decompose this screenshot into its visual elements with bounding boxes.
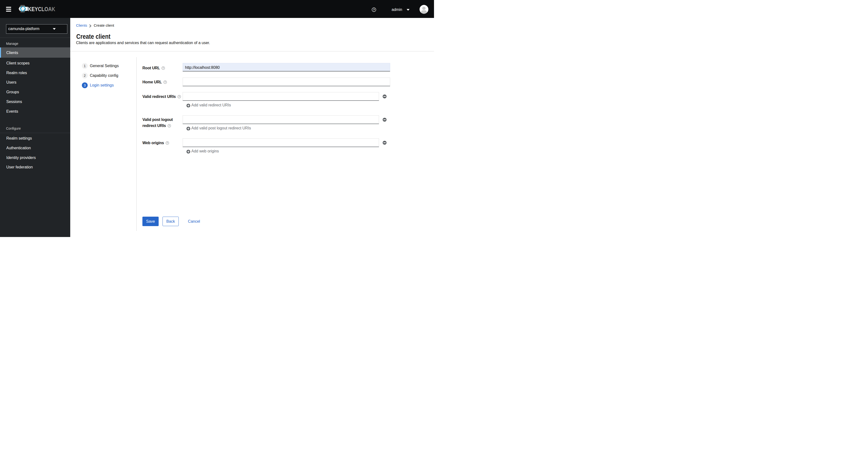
svg-text:?: ? <box>179 95 180 98</box>
svg-text:?: ? <box>168 124 170 127</box>
svg-text:?: ? <box>162 67 164 69</box>
svg-text:?: ? <box>166 142 168 144</box>
svg-text:KEYCLOAK: KEYCLOAK <box>28 6 56 12</box>
svg-text:?: ? <box>164 81 166 84</box>
svg-text:?: ? <box>373 8 375 11</box>
